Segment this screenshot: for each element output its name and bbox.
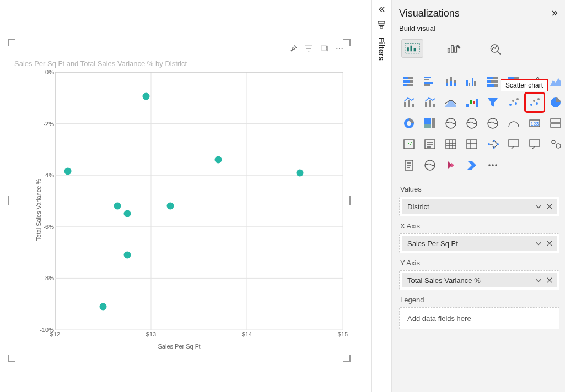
viztype-scatter[interactable] (505, 94, 523, 111)
remove-field-icon[interactable] (546, 239, 553, 247)
data-point[interactable] (123, 252, 131, 259)
svg-rect-65 (473, 101, 475, 104)
viztype-more[interactable] (484, 156, 502, 174)
viztype-area[interactable] (547, 73, 564, 90)
svg-rect-16 (380, 26, 383, 28)
pin-icon[interactable] (289, 44, 298, 53)
viztype-stacked-bar[interactable] (400, 73, 418, 90)
y-axis-ticks: 0%-2%-4%-6%-8%-10% (32, 72, 54, 330)
filter-icon[interactable] (304, 44, 313, 53)
svg-rect-58 (408, 100, 410, 107)
svg-point-104 (495, 164, 497, 166)
viztype-treemap[interactable] (421, 115, 439, 132)
chevron-down-icon[interactable] (535, 276, 542, 284)
viztype-smart-narrative[interactable] (505, 135, 523, 153)
svg-rect-80 (424, 124, 431, 128)
viztype-pie[interactable] (547, 94, 564, 111)
viztype-decomposition[interactable] (484, 135, 502, 153)
filters-label[interactable]: Filters (377, 37, 386, 61)
svg-rect-59 (412, 104, 414, 107)
viztype-table[interactable] (442, 135, 460, 153)
viztype-slicer[interactable] (421, 135, 439, 153)
data-point[interactable] (214, 156, 222, 164)
svg-point-77 (407, 121, 411, 126)
viztype-clustered-column[interactable] (463, 73, 481, 90)
svg-point-103 (492, 164, 494, 166)
visualizations-pane: Visualizations Build visual Scatter char… (392, 0, 565, 392)
viztype-scatter-chart[interactable]: Scatter chart (526, 94, 544, 111)
collapse-pane-icon[interactable] (551, 9, 559, 18)
svg-rect-43 (472, 78, 473, 86)
svg-rect-26 (408, 77, 413, 79)
yaxis-field-pill[interactable]: Total Sales Variance % (402, 273, 557, 287)
viztype-paginated[interactable] (400, 156, 418, 174)
viztype-donut[interactable] (400, 115, 418, 132)
viztype-map[interactable] (442, 115, 460, 132)
svg-point-70 (516, 98, 519, 100)
yaxis-field-well[interactable]: Total Sales Variance % (399, 270, 559, 290)
chart-plot-area: Total Sales Variance % Sales Per Sq Ft 0… (9, 70, 349, 350)
data-point[interactable] (123, 210, 131, 217)
scatter-plot (55, 72, 343, 330)
viztype-card[interactable]: 123 (526, 115, 544, 132)
svg-point-92 (488, 143, 490, 145)
viztype-matrix[interactable] (463, 135, 481, 153)
viztype-line-stacked[interactable] (400, 94, 418, 111)
drag-grip-icon[interactable] (171, 47, 187, 51)
xaxis-field-pill[interactable]: Sales Per Sq Ft (402, 236, 557, 251)
data-point[interactable] (114, 203, 121, 210)
expand-filters-icon[interactable] (376, 4, 386, 14)
svg-rect-44 (474, 81, 476, 86)
viztype-gauge[interactable] (505, 115, 523, 132)
values-field-pill[interactable]: District (402, 199, 557, 214)
remove-field-icon[interactable] (546, 276, 553, 284)
viztype-arcgis[interactable] (421, 156, 439, 174)
report-canvas[interactable]: Sales Per Sq Ft and Total Sales Variance… (0, 0, 371, 392)
chevron-down-icon[interactable] (535, 203, 542, 210)
data-point[interactable] (64, 168, 71, 175)
viztype-multi-row-card[interactable] (547, 115, 564, 132)
legend-field-well[interactable]: Add data fields here (399, 307, 559, 329)
mode-format-visual[interactable] (443, 39, 465, 58)
filters-icon (376, 20, 386, 30)
y-tick-label: -2% (32, 121, 54, 127)
viztype-funnel[interactable] (484, 94, 502, 111)
data-point[interactable] (296, 169, 303, 176)
viztype-filled-map[interactable] (463, 115, 481, 132)
viztype-waterfall[interactable] (463, 94, 481, 111)
visual-frame[interactable]: Sales Per Sq Ft and Total Sales Variance… (9, 40, 349, 361)
focus-mode-icon[interactable] (320, 44, 329, 53)
viztype-stacked-column[interactable] (442, 73, 460, 90)
viztype-powerapps[interactable] (442, 156, 460, 174)
viztype-powerautomate[interactable] (463, 156, 481, 174)
mode-build-visual[interactable] (401, 39, 423, 58)
values-field-well[interactable]: District (399, 197, 559, 216)
svg-rect-66 (476, 99, 478, 107)
resize-handle-bl[interactable] (8, 355, 15, 362)
svg-point-72 (533, 100, 535, 102)
data-point[interactable] (143, 93, 150, 100)
more-options-icon[interactable] (335, 44, 344, 53)
xaxis-field-well[interactable]: Sales Per Sq Ft (399, 233, 559, 253)
data-point[interactable] (100, 303, 107, 310)
viztype-clustered-bar[interactable] (421, 73, 439, 90)
svg-rect-87 (551, 124, 561, 127)
chevron-down-icon[interactable] (535, 239, 542, 247)
mode-analytics[interactable] (485, 39, 507, 58)
resize-handle-br[interactable] (343, 355, 351, 362)
viztype-line-clustered[interactable] (421, 94, 439, 111)
chart-title: Sales Per Sq Ft and Total Sales Variance… (9, 58, 349, 68)
svg-point-99 (556, 144, 561, 148)
data-point[interactable] (166, 203, 174, 210)
viztype-qa[interactable] (526, 135, 544, 153)
viztype-key-influencers[interactable] (547, 135, 564, 153)
viztype-azure-map[interactable] (484, 115, 502, 132)
viztype-stacked-bar-100[interactable] (484, 73, 502, 90)
svg-text:123: 123 (530, 121, 539, 127)
svg-rect-25 (403, 77, 408, 79)
viztype-kpi[interactable] (400, 135, 418, 153)
svg-rect-23 (455, 47, 457, 52)
remove-field-icon[interactable] (546, 203, 553, 210)
viztype-ribbon[interactable] (442, 94, 460, 111)
svg-rect-88 (404, 140, 414, 149)
